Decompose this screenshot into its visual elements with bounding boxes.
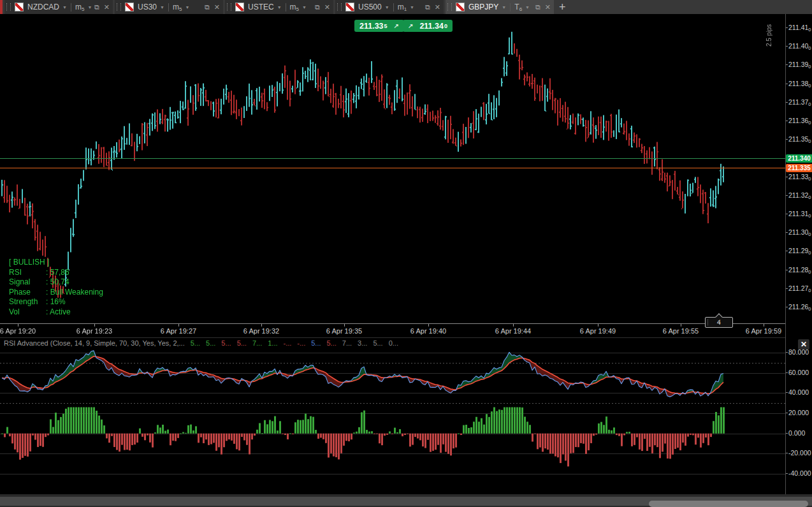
tab-close-icon[interactable]: ✕	[435, 3, 440, 11]
signal-row-value: : 50,74	[46, 277, 69, 286]
price-axis-label: 211.350	[788, 135, 811, 144]
price-axis[interactable]: 211.410211.400211.390211.380211.370211.3…	[785, 14, 812, 494]
tab-divider	[168, 3, 169, 11]
rsi-panel-close-button[interactable]: ✕	[798, 339, 809, 349]
rsi-panel-title[interactable]: RSI Advanced (Close, 14, 9, Simple, 70, …	[4, 339, 185, 347]
price-axis-label-main: 211.31	[788, 210, 808, 217]
chart-tab-ustec[interactable]: USTEC▼m5▼⧉✕	[225, 0, 333, 14]
time-axis-tick	[428, 324, 429, 327]
chart-tab-us500[interactable]: US500▼m1▼⧉✕	[335, 0, 444, 14]
time-axis[interactable]: 6 Apr 19:206 Apr 19:236 Apr 19:276 Apr 1…	[0, 323, 785, 337]
price-axis-label-main: 211.33	[788, 173, 808, 180]
tab-popout-icon[interactable]: ⧉	[425, 3, 430, 11]
symbol-dropdown-caret[interactable]: ▼	[277, 5, 282, 10]
tab-close-icon[interactable]: ✕	[214, 3, 220, 11]
price-axis-label-sub: 0	[808, 64, 811, 70]
rsi-param: 7...	[342, 339, 352, 347]
timeframe-dropdown-caret[interactable]: ▼	[410, 5, 414, 10]
timeframe-label: m	[173, 3, 179, 11]
trading-platform-window: NZDCAD▼m5▼⧉✕US30▼m5▼⧉✕USTEC▼m5▼⧉✕US500▼m…	[0, 0, 812, 507]
rsi-param: -...	[297, 339, 305, 347]
price-axis-label-sub: 0	[808, 120, 811, 126]
time-axis-label: 6 Apr 19:40	[410, 327, 446, 335]
rsi-param: 5...	[373, 339, 382, 347]
price-axis-label: 211.270	[788, 284, 811, 293]
time-axis-label: 6 Apr 19:23	[76, 327, 112, 335]
price-axis-label-main: 211.30	[788, 228, 808, 236]
price-axis-label: 211.330	[788, 173, 811, 182]
chart-tab-nzdcad[interactable]: NZDCAD▼m5▼⧉✕	[4, 0, 113, 14]
ask-price-pipette: 0	[444, 23, 447, 29]
symbol-dropdown-caret[interactable]: ▼	[385, 5, 389, 10]
chart-tab-gbpjpy[interactable]: GBPJPY▼T6▼⧉✕	[446, 0, 554, 14]
timeframe-dropdown-caret[interactable]: ▼	[525, 5, 530, 10]
rsi-param: 7...	[252, 339, 262, 347]
sell-quote-button[interactable]: 211.335 ↗	[354, 20, 404, 32]
ask-price: 211.34	[419, 22, 444, 31]
buy-quote-button[interactable]: ↗ 211.340	[403, 20, 453, 32]
tab-symbol-label: USTEC	[248, 3, 274, 11]
position-marker[interactable]: 4	[705, 317, 733, 328]
timeframe-selector[interactable]: m5	[75, 3, 84, 12]
price-axis-label-sub: 0	[808, 195, 811, 200]
chart-tab-us30[interactable]: US30▼m5▼⧉✕	[115, 0, 223, 14]
timeframe-label: m	[398, 3, 404, 11]
tab-close-icon[interactable]: ✕	[324, 3, 330, 11]
price-axis-label-sub: 0	[808, 101, 811, 107]
chart-scroll-area	[0, 494, 812, 507]
bid-tick-arrow-icon: ↗	[394, 22, 399, 29]
timeframe-label: T	[514, 3, 519, 11]
signal-row-label: Phase	[9, 288, 46, 298]
price-axis-label: 211.310	[788, 210, 811, 219]
bid-price-badge: 211.335	[786, 164, 812, 172]
rsi-indicator-canvas[interactable]	[0, 348, 785, 494]
signal-row: RSI: 57,86	[9, 268, 103, 278]
rsi-axis-label: -20.000	[788, 449, 811, 457]
timeframe-label: m	[290, 3, 296, 11]
timeframe-selector[interactable]: T6	[514, 3, 522, 12]
tab-popout-icon[interactable]: ⧉	[94, 3, 99, 11]
tab-popout-icon[interactable]: ⧉	[205, 3, 210, 11]
symbol-dropdown-caret[interactable]: ▼	[502, 5, 506, 10]
price-axis-label-main: 211.35	[788, 135, 808, 143]
tab-popout-icon[interactable]: ⧉	[315, 3, 320, 11]
scrollbar-thumb[interactable]	[649, 501, 808, 507]
tab-grip-icon	[337, 3, 342, 11]
rsi-axis-label: 20.000	[788, 409, 809, 416]
price-axis-label-sub: 0	[808, 288, 811, 293]
symbol-dropdown-caret[interactable]: ▼	[62, 5, 67, 10]
chart-flag-icon	[125, 3, 134, 11]
timeframe-sub-label: 1	[404, 6, 407, 12]
signal-rows: RSI: 57,86Signal: 50,74Phase: Bull Weake…	[9, 268, 103, 318]
timeframe-dropdown-caret[interactable]: ▼	[302, 5, 307, 10]
timeframe-dropdown-caret[interactable]: ▼	[185, 5, 189, 10]
symbol-dropdown-caret[interactable]: ▼	[160, 5, 164, 10]
timeframe-selector[interactable]: m1	[398, 3, 407, 12]
scrollbar-track[interactable]	[0, 497, 812, 506]
tab-popout-icon[interactable]: ⧉	[535, 3, 540, 11]
price-chart-canvas[interactable]	[0, 14, 785, 323]
ask-price-badge: 211.340	[786, 154, 812, 163]
price-axis-label: 211.370	[788, 98, 811, 107]
price-axis-label: 211.290	[788, 247, 811, 256]
tab-close-icon[interactable]: ✕	[104, 3, 110, 11]
signal-row: Phase: Bull Weakening	[9, 288, 103, 298]
price-axis-label-main: 211.40	[788, 42, 808, 50]
price-axis-label-sub: 0	[808, 176, 811, 182]
time-axis-label: 6 Apr 19:20	[0, 327, 36, 335]
new-chart-tab-button[interactable]: +	[559, 1, 566, 13]
tab-symbol-label: US500	[358, 3, 382, 11]
signal-row-value: : 16%	[46, 297, 66, 306]
rsi-panel-params: 5...5...5...5...7...1...-...-...5...5...…	[185, 339, 398, 347]
tab-close-icon[interactable]: ✕	[545, 3, 551, 11]
ask-tick-arrow-icon: ↗	[408, 22, 413, 29]
signal-row-label: RSI	[9, 268, 46, 278]
tab-grip-icon	[227, 3, 231, 11]
tab-symbol-label: US30	[138, 3, 157, 11]
price-axis-label: 211.380	[788, 80, 811, 89]
timeframe-dropdown-caret[interactable]: ▼	[87, 5, 92, 10]
price-axis-label-main: 211.26	[788, 303, 808, 311]
timeframe-selector[interactable]: m5	[290, 3, 299, 12]
timeframe-selector[interactable]: m5	[173, 3, 182, 12]
chart-flag-icon	[235, 3, 244, 11]
